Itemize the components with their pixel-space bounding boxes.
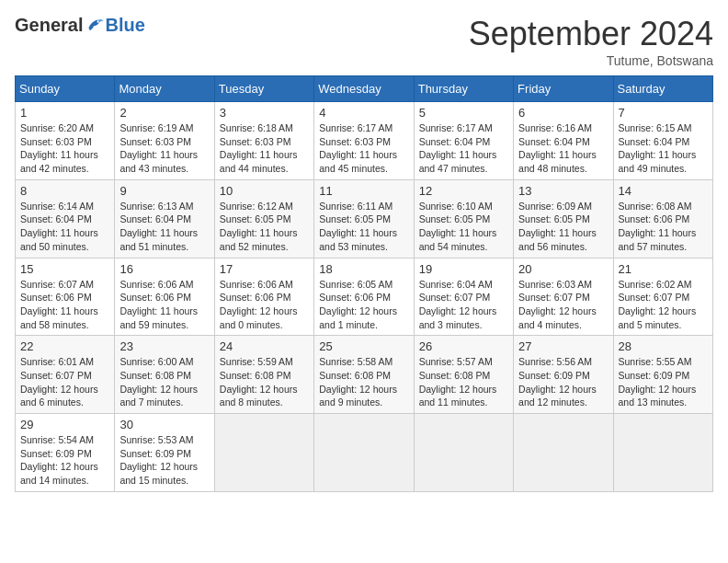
calendar-day-cell: 18Sunrise: 6:05 AMSunset: 6:06 PMDayligh… bbox=[314, 258, 414, 336]
calendar-day-cell: 13Sunrise: 6:09 AMSunset: 6:05 PMDayligh… bbox=[514, 179, 613, 258]
day-info: Sunrise: 6:16 AMSunset: 6:04 PMDaylight:… bbox=[518, 121, 608, 176]
col-thursday: Thursday bbox=[414, 76, 513, 102]
title-block: September 2024 Tutume, Botswana bbox=[469, 15, 713, 68]
day-info: Sunrise: 6:02 AMSunset: 6:07 PMDaylight:… bbox=[619, 278, 708, 332]
day-number: 17 bbox=[220, 262, 309, 276]
day-number: 24 bbox=[220, 339, 309, 353]
day-info: Sunrise: 5:58 AMSunset: 6:08 PMDaylight:… bbox=[319, 355, 408, 409]
calendar-day-cell: 9Sunrise: 6:13 AMSunset: 6:04 PMDaylight… bbox=[115, 179, 214, 258]
calendar-day-cell: 24Sunrise: 5:59 AMSunset: 6:08 PMDayligh… bbox=[214, 336, 313, 414]
page-header: General Blue September 2024 Tutume, Bots… bbox=[15, 15, 713, 68]
day-number: 28 bbox=[619, 339, 708, 353]
day-number: 26 bbox=[419, 339, 508, 353]
day-number: 27 bbox=[518, 339, 608, 353]
day-number: 9 bbox=[119, 184, 209, 198]
col-monday: Monday bbox=[115, 76, 214, 102]
col-sunday: Sunday bbox=[16, 76, 115, 102]
col-wednesday: Wednesday bbox=[314, 76, 414, 102]
calendar-day-cell bbox=[214, 414, 313, 492]
day-info: Sunrise: 6:17 AMSunset: 6:04 PMDaylight:… bbox=[419, 121, 508, 176]
calendar-day-cell bbox=[314, 414, 414, 492]
day-number: 21 bbox=[619, 262, 708, 276]
day-info: Sunrise: 6:00 AMSunset: 6:08 PMDaylight:… bbox=[119, 355, 209, 409]
day-info: Sunrise: 6:09 AMSunset: 6:05 PMDaylight:… bbox=[518, 200, 608, 254]
day-number: 16 bbox=[119, 262, 209, 276]
day-number: 1 bbox=[20, 106, 109, 120]
calendar-day-cell: 27Sunrise: 5:56 AMSunset: 6:09 PMDayligh… bbox=[514, 336, 613, 414]
logo: General Blue bbox=[15, 15, 145, 36]
day-info: Sunrise: 6:03 AMSunset: 6:07 PMDaylight:… bbox=[518, 278, 608, 332]
calendar-day-cell: 8Sunrise: 6:14 AMSunset: 6:04 PMDaylight… bbox=[16, 179, 115, 258]
calendar-day-cell: 1Sunrise: 6:20 AMSunset: 6:03 PMDaylight… bbox=[16, 102, 115, 180]
day-info: Sunrise: 6:05 AMSunset: 6:06 PMDaylight:… bbox=[319, 278, 408, 332]
day-info: Sunrise: 6:13 AMSunset: 6:04 PMDaylight:… bbox=[119, 200, 209, 254]
logo-blue-text: Blue bbox=[105, 15, 144, 36]
day-number: 6 bbox=[518, 106, 608, 120]
day-number: 19 bbox=[419, 262, 508, 276]
day-number: 3 bbox=[220, 106, 309, 120]
col-friday: Friday bbox=[514, 76, 613, 102]
calendar-header-row: Sunday Monday Tuesday Wednesday Thursday… bbox=[16, 76, 713, 102]
calendar-day-cell: 15Sunrise: 6:07 AMSunset: 6:06 PMDayligh… bbox=[16, 258, 115, 336]
calendar-day-cell: 26Sunrise: 5:57 AMSunset: 6:08 PMDayligh… bbox=[414, 336, 513, 414]
month-title: September 2024 bbox=[469, 15, 713, 53]
day-info: Sunrise: 6:10 AMSunset: 6:05 PMDaylight:… bbox=[419, 200, 508, 254]
calendar-day-cell: 5Sunrise: 6:17 AMSunset: 6:04 PMDaylight… bbox=[414, 102, 513, 180]
day-info: Sunrise: 6:14 AMSunset: 6:04 PMDaylight:… bbox=[20, 200, 109, 254]
calendar-day-cell: 4Sunrise: 6:17 AMSunset: 6:03 PMDaylight… bbox=[314, 102, 414, 180]
day-number: 10 bbox=[220, 184, 309, 198]
day-info: Sunrise: 6:15 AMSunset: 6:04 PMDaylight:… bbox=[619, 121, 708, 176]
calendar-day-cell: 16Sunrise: 6:06 AMSunset: 6:06 PMDayligh… bbox=[115, 258, 214, 336]
day-number: 20 bbox=[518, 262, 608, 276]
calendar-day-cell bbox=[414, 414, 513, 492]
day-info: Sunrise: 6:11 AMSunset: 6:05 PMDaylight:… bbox=[319, 200, 408, 254]
calendar-week-row: 15Sunrise: 6:07 AMSunset: 6:06 PMDayligh… bbox=[16, 258, 713, 336]
calendar-day-cell bbox=[613, 414, 712, 492]
logo-bird-icon bbox=[85, 16, 105, 36]
calendar-day-cell: 20Sunrise: 6:03 AMSunset: 6:07 PMDayligh… bbox=[514, 258, 613, 336]
calendar-day-cell: 25Sunrise: 5:58 AMSunset: 6:08 PMDayligh… bbox=[314, 336, 414, 414]
day-info: Sunrise: 6:01 AMSunset: 6:07 PMDaylight:… bbox=[20, 355, 109, 409]
day-info: Sunrise: 5:56 AMSunset: 6:09 PMDaylight:… bbox=[518, 355, 608, 409]
calendar-day-cell: 19Sunrise: 6:04 AMSunset: 6:07 PMDayligh… bbox=[414, 258, 513, 336]
calendar-day-cell bbox=[514, 414, 613, 492]
location: Tutume, Botswana bbox=[469, 53, 713, 68]
logo-general-text: General bbox=[15, 15, 83, 36]
col-saturday: Saturday bbox=[613, 76, 712, 102]
day-info: Sunrise: 6:20 AMSunset: 6:03 PMDaylight:… bbox=[20, 121, 109, 176]
day-info: Sunrise: 6:07 AMSunset: 6:06 PMDaylight:… bbox=[20, 278, 109, 332]
day-number: 25 bbox=[319, 339, 408, 353]
calendar-day-cell: 21Sunrise: 6:02 AMSunset: 6:07 PMDayligh… bbox=[613, 258, 712, 336]
day-number: 8 bbox=[20, 184, 109, 198]
calendar-week-row: 22Sunrise: 6:01 AMSunset: 6:07 PMDayligh… bbox=[16, 336, 713, 414]
day-info: Sunrise: 6:12 AMSunset: 6:05 PMDaylight:… bbox=[220, 200, 309, 254]
day-number: 18 bbox=[319, 262, 408, 276]
day-number: 14 bbox=[619, 184, 708, 198]
calendar-day-cell: 17Sunrise: 6:06 AMSunset: 6:06 PMDayligh… bbox=[214, 258, 313, 336]
day-number: 30 bbox=[119, 418, 209, 431]
day-number: 2 bbox=[119, 106, 209, 120]
day-number: 23 bbox=[119, 339, 209, 353]
day-info: Sunrise: 5:54 AMSunset: 6:09 PMDaylight:… bbox=[20, 433, 109, 488]
day-number: 13 bbox=[518, 184, 608, 198]
day-number: 7 bbox=[619, 106, 708, 120]
calendar-day-cell: 10Sunrise: 6:12 AMSunset: 6:05 PMDayligh… bbox=[214, 179, 313, 258]
day-number: 5 bbox=[419, 106, 508, 120]
calendar-day-cell: 29Sunrise: 5:54 AMSunset: 6:09 PMDayligh… bbox=[16, 414, 115, 492]
day-info: Sunrise: 6:04 AMSunset: 6:07 PMDaylight:… bbox=[419, 278, 508, 332]
calendar-day-cell: 11Sunrise: 6:11 AMSunset: 6:05 PMDayligh… bbox=[314, 179, 414, 258]
day-number: 4 bbox=[319, 106, 408, 120]
calendar-day-cell: 22Sunrise: 6:01 AMSunset: 6:07 PMDayligh… bbox=[16, 336, 115, 414]
col-tuesday: Tuesday bbox=[214, 76, 313, 102]
day-number: 11 bbox=[319, 184, 408, 198]
day-info: Sunrise: 5:57 AMSunset: 6:08 PMDaylight:… bbox=[419, 355, 508, 409]
calendar-day-cell: 23Sunrise: 6:00 AMSunset: 6:08 PMDayligh… bbox=[115, 336, 214, 414]
calendar-day-cell: 2Sunrise: 6:19 AMSunset: 6:03 PMDaylight… bbox=[115, 102, 214, 180]
day-info: Sunrise: 6:19 AMSunset: 6:03 PMDaylight:… bbox=[119, 121, 209, 176]
day-number: 22 bbox=[20, 339, 109, 353]
day-info: Sunrise: 6:06 AMSunset: 6:06 PMDaylight:… bbox=[220, 278, 309, 332]
calendar-week-row: 1Sunrise: 6:20 AMSunset: 6:03 PMDaylight… bbox=[16, 102, 713, 180]
day-info: Sunrise: 6:17 AMSunset: 6:03 PMDaylight:… bbox=[319, 121, 408, 176]
day-info: Sunrise: 5:53 AMSunset: 6:09 PMDaylight:… bbox=[119, 433, 209, 488]
day-number: 29 bbox=[20, 418, 109, 431]
